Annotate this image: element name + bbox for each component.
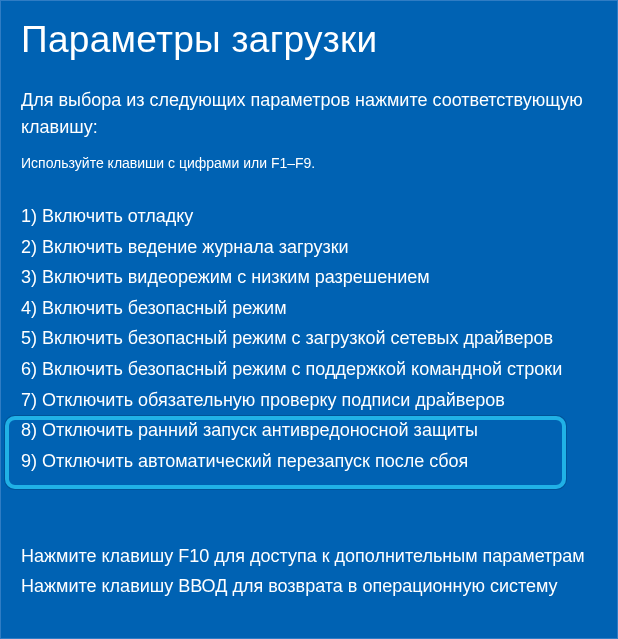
option-number: 6) [21, 359, 37, 379]
option-3[interactable]: 3) Включить видеорежим с низким разрешен… [21, 262, 597, 293]
footer-instructions: Нажмите клавишу F10 для доступа к дополн… [21, 542, 597, 601]
footer-line-f10: Нажмите клавишу F10 для доступа к дополн… [21, 542, 597, 572]
option-6[interactable]: 6) Включить безопасный режим с поддержко… [21, 354, 597, 385]
option-number: 1) [21, 206, 37, 226]
option-label: Включить отладку [42, 206, 193, 226]
page-title: Параметры загрузки [21, 19, 597, 61]
subtitle-text: Для выбора из следующих параметров нажми… [21, 87, 597, 141]
option-number: 4) [21, 298, 37, 318]
option-5[interactable]: 5) Включить безопасный режим с загрузкой… [21, 323, 597, 354]
option-8[interactable]: 8) Отключить ранний запуск антивредоносн… [21, 415, 597, 446]
option-label: Включить видеорежим с низким разрешением [42, 267, 430, 287]
option-number: 7) [21, 390, 37, 410]
option-9[interactable]: 9) Отключить автоматический перезапуск п… [21, 446, 597, 477]
footer-line-enter: Нажмите клавишу ВВОД для возврата в опер… [21, 572, 597, 602]
option-7[interactable]: 7) Отключить обязательную проверку подпи… [21, 385, 597, 416]
startup-settings-screen: Параметры загрузки Для выбора из следующ… [1, 1, 617, 602]
option-number: 8) [21, 420, 37, 440]
option-label: Включить безопасный режим с поддержкой к… [42, 359, 562, 379]
option-number: 9) [21, 451, 37, 471]
option-number: 3) [21, 267, 37, 287]
option-2[interactable]: 2) Включить ведение журнала загрузки [21, 232, 597, 263]
option-4[interactable]: 4) Включить безопасный режим [21, 293, 597, 324]
option-number: 5) [21, 328, 37, 348]
option-1[interactable]: 1) Включить отладку [21, 201, 597, 232]
option-label: Отключить автоматический перезапуск посл… [42, 451, 468, 471]
hint-text: Используйте клавиши с цифрами или F1–F9. [21, 155, 597, 171]
option-label: Отключить ранний запуск антивредоносной … [42, 420, 478, 440]
option-label: Включить безопасный режим [42, 298, 287, 318]
option-label: Отключить обязательную проверку подписи … [42, 390, 505, 410]
options-list: 1) Включить отладку 2) Включить ведение … [21, 201, 597, 476]
option-label: Включить безопасный режим с загрузкой се… [42, 328, 553, 348]
option-label: Включить ведение журнала загрузки [42, 237, 349, 257]
option-number: 2) [21, 237, 37, 257]
